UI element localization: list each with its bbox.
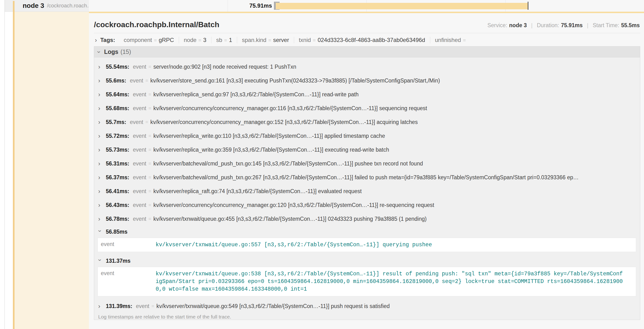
equals-sign: =: [146, 120, 148, 125]
chevron-right-icon: ›: [98, 106, 102, 111]
chevron-right-icon: ›: [98, 202, 102, 208]
log-row[interactable]: ›55.68ms:event=kv/kvserver/concurrency/c…: [94, 101, 640, 115]
equals-sign: =: [148, 161, 151, 166]
log-field-value: kv/kvserver/txnwait/queue.go:455 [n3,s3,…: [153, 216, 427, 222]
log-field-value: kv/kvserver/concurrency/concurrency_mana…: [150, 119, 418, 126]
span-service-name: node 3: [23, 2, 44, 10]
equals-sign: =: [146, 78, 148, 84]
log-timestamp: 56.31ms:: [106, 160, 129, 167]
tag-item: txnid=024d3323-6c8f-4863-aa8b-37ab0e6349…: [294, 37, 430, 44]
span-operation-name: /cockroach.roach…: [47, 2, 89, 9]
log-row[interactable]: ›55.7ms:event=kv/kvserver/concurrency/co…: [94, 115, 640, 129]
log-row[interactable]: ›55.64ms:event=kv/kvserver/replica_send.…: [94, 88, 640, 101]
gutter-divider: [4, 0, 5, 329]
equals-sign: =: [148, 188, 151, 194]
tag-key: txnid: [299, 37, 311, 44]
log-timestamp: 55.54ms:: [106, 64, 129, 70]
chevron-down-icon: ›: [96, 51, 102, 53]
chevron-down-icon: ›: [97, 230, 103, 234]
meta-separator: |: [587, 22, 588, 28]
log-field-value: kv/kvserver/store_send.go:161 [n3,s3] ex…: [150, 78, 440, 84]
chevron-right-icon: ›: [98, 216, 102, 222]
log-field-value: kv/kvserver/concurrency/concurrency_mana…: [153, 202, 434, 208]
span-title: /cockroach.roachpb.Internal/Batch: [94, 20, 219, 29]
log-field-key: event: [133, 146, 146, 153]
log-row[interactable]: ›56.41ms:event=kv/kvserver/replica_raft.…: [94, 184, 640, 198]
start-time-value: 55.5ms: [621, 22, 640, 28]
log-row[interactable]: ›131.39ms:event=kv/kvserver/txnwait/queu…: [94, 299, 640, 313]
tag-key: node: [184, 37, 196, 44]
log-field-value: kv/kvserver/batcheval/cmd_push_txn.go:26…: [153, 174, 578, 181]
log-row[interactable]: ›56.37ms:event=kv/kvserver/batcheval/cmd…: [94, 170, 640, 184]
log-field-key: event: [133, 64, 146, 70]
span-accent-rail: [13, 1, 14, 329]
chevron-right-icon: ›: [98, 188, 102, 194]
log-row[interactable]: ›55.73ms:event=kv/kvserver/replica_write…: [94, 143, 640, 157]
span-meta: Service:node 3 | Duration:75.91ms | Star…: [488, 22, 640, 28]
logs-title: Logs: [104, 48, 118, 55]
tag-item: component=gRPC: [119, 37, 179, 44]
log-field-key: event: [133, 105, 146, 112]
chevron-right-icon: ›: [98, 303, 102, 309]
log-timestamp: 55.7ms:: [106, 119, 126, 126]
log-row[interactable]: ›56.31ms:event=kv/kvserver/batcheval/cmd…: [94, 157, 640, 170]
log-marker-tick: [275, 2, 276, 10]
log-timestamp: 56.41ms:: [106, 188, 129, 194]
equals-sign: =: [463, 38, 466, 43]
tag-item: unfinished=: [430, 37, 473, 44]
tag-item: sb=1: [212, 37, 237, 44]
equals-sign: =: [148, 106, 151, 111]
log-field-key: event: [133, 91, 146, 98]
log-field-value: kv/kvserver/batcheval/cmd_push_txn.go:14…: [153, 160, 423, 167]
equals-sign: =: [148, 147, 151, 152]
service-label: Service:: [488, 22, 507, 28]
log-field-key: event: [133, 133, 146, 139]
chevron-right-icon: ›: [98, 147, 102, 152]
span-name-row[interactable]: node 3 /cockroach.roach…: [5, 0, 89, 12]
chevron-down-icon: ›: [97, 259, 103, 263]
span-row-highlight-column: [14, 12, 89, 329]
logs-rows: ›55.54ms:event=server/node.go:902 [n3] n…: [94, 58, 640, 320]
log-field-key: event: [98, 241, 156, 249]
chevron-right-icon: ›: [98, 119, 102, 125]
log-field-key: event: [130, 78, 143, 84]
log-timestamp: 56.43ms:: [106, 202, 129, 208]
log-field-key: event: [133, 202, 146, 208]
chevron-right-icon: ›: [98, 64, 102, 70]
log-field-key: event: [133, 188, 146, 194]
tag-value: 1: [229, 37, 232, 44]
duration-value: 75.91ms: [561, 22, 583, 28]
log-timestamp: 56.37ms:: [106, 174, 129, 181]
log-field-value: kv/kvserver/replica_write.go:359 [n3,s3,…: [153, 146, 389, 153]
log-row[interactable]: ›55.72ms:event=kv/kvserver/replica_write…: [94, 129, 640, 143]
equals-sign: =: [152, 304, 154, 309]
chevron-right-icon: ›: [98, 161, 102, 166]
log-row[interactable]: ›55.54ms:event=server/node.go:902 [n3] n…: [94, 60, 640, 74]
equals-sign: =: [313, 38, 316, 43]
log-field-key: event: [133, 216, 146, 222]
log-marker-tick-end: [528, 2, 528, 10]
span-duration-bar[interactable]: [276, 3, 528, 9]
equals-sign: =: [148, 175, 151, 180]
log-row-expanded-header[interactable]: ›56.85ms: [94, 226, 640, 237]
log-row[interactable]: ›55.6ms:event=kv/kvserver/store_send.go:…: [94, 74, 640, 88]
log-field-value: kv/kvserver/txnwait/queue.go:557 [n3,s3,…: [156, 241, 443, 249]
equals-sign: =: [224, 38, 227, 43]
log-field-value: kv/kvserver/txnwait/queue.go:538 [n3,s3,…: [156, 270, 636, 293]
log-row[interactable]: ›56.43ms:event=kv/kvserver/concurrency/c…: [94, 198, 640, 212]
tag-value: server: [273, 37, 289, 44]
log-row[interactable]: ›56.78ms:event=kv/kvserver/txnwait/queue…: [94, 212, 640, 226]
tags-label: Tags:: [100, 37, 115, 44]
equals-sign: =: [148, 64, 151, 70]
tags-accordion-header[interactable]: › Tags: component=gRPCnode=3sb=1span.kin…: [94, 33, 640, 46]
equals-sign: =: [154, 38, 157, 43]
log-timestamp: 131.39ms:: [106, 303, 132, 310]
chevron-right-icon: ›: [98, 174, 102, 180]
span-detail-header: /cockroach.roachpb.Internal/Batch Servic…: [94, 13, 640, 33]
logs-accordion-header[interactable]: › Logs (15): [94, 46, 640, 58]
meta-separator: |: [531, 22, 532, 28]
log-field-detail: eventkv/kvserver/txnwait/queue.go:538 [n…: [98, 267, 636, 296]
log-field-value: kv/kvserver/replica_write.go:110 [n3,s3,…: [153, 133, 385, 139]
equals-sign: =: [148, 92, 151, 97]
log-row-expanded-header[interactable]: ›131.37ms: [94, 255, 640, 266]
